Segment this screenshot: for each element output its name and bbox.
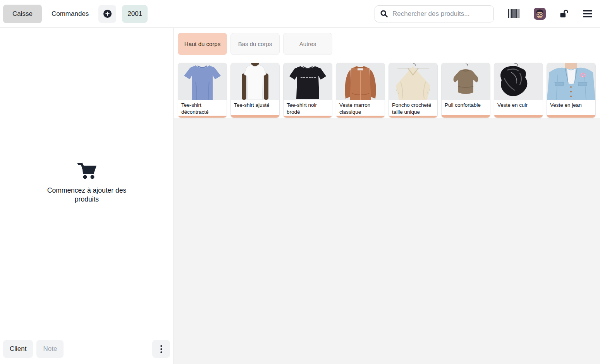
product-card-accent-strip — [336, 116, 385, 118]
product-card-accent-strip — [547, 115, 595, 118]
product-image-cream-poncho — [389, 63, 437, 100]
product-grid: Tee-shirt décontracté Tee-shirt ajusté — [178, 63, 597, 118]
product-name: Veste en jean — [547, 100, 595, 115]
product-name: Tee-shirt noir brodé — [284, 100, 332, 116]
product-image-black-leather-jacket — [494, 63, 543, 100]
product-card[interactable]: Poncho crocheté taille unique — [389, 63, 438, 118]
plus-circle-icon — [103, 9, 112, 18]
product-image-black-tshirt — [284, 63, 332, 100]
more-actions-button[interactable] — [152, 340, 170, 358]
hamburger-menu-icon[interactable] — [583, 10, 592, 17]
product-image-white-fitted-tshirt — [231, 63, 279, 100]
product-card[interactable]: Pull confortable — [441, 63, 490, 118]
shopping-cart-icon — [77, 162, 97, 180]
product-card-accent-strip — [231, 115, 279, 118]
product-card-accent-strip — [442, 115, 490, 118]
product-card-accent-strip — [178, 116, 227, 118]
new-order-button[interactable] — [98, 5, 116, 23]
order-panel: Commencez à ajouter des produits Client … — [0, 28, 174, 364]
customer-button[interactable]: Client — [3, 340, 33, 358]
order-number-badge[interactable]: 2001 — [122, 5, 148, 23]
product-name: Pull confortable — [442, 100, 490, 115]
vertical-ellipsis-icon — [160, 345, 162, 353]
products-sheet: Haut du corps Bas du corps Autres Tee-sh… — [174, 28, 600, 118]
products-panel: Haut du corps Bas du corps Autres Tee-sh… — [174, 28, 600, 364]
product-card-accent-strip — [389, 116, 437, 118]
product-card-accent-strip — [494, 115, 543, 118]
tab-register[interactable]: Caisse — [3, 5, 42, 23]
product-image-taupe-sweater — [442, 63, 490, 100]
top-navbar: Caisse Commandes 2001 — [0, 0, 600, 28]
product-card-accent-strip — [284, 116, 332, 118]
category-tabs: Haut du corps Bas du corps Autres — [178, 33, 597, 55]
navbar-left-group: Caisse Commandes 2001 — [3, 5, 148, 23]
product-card[interactable]: Tee-shirt décontracté — [178, 63, 227, 118]
product-name: Poncho crocheté taille unique — [389, 100, 437, 116]
note-button[interactable]: Note — [36, 340, 64, 358]
product-image-copper-bomber-jacket — [336, 63, 385, 100]
product-name: Tee-shirt décontracté — [178, 100, 227, 116]
product-card[interactable]: Tee-shirt noir brodé — [283, 63, 332, 118]
unlock-icon[interactable] — [560, 9, 569, 18]
tab-orders[interactable]: Commandes — [48, 5, 93, 23]
product-card[interactable]: Tee-shirt ajusté — [230, 63, 280, 118]
product-name: Veste en cuir — [494, 100, 543, 115]
empty-cart-message: Commencez à ajouter des produits — [42, 186, 132, 204]
product-card[interactable]: Veste en cuir — [494, 63, 543, 118]
product-card[interactable]: Veste marron classique — [336, 63, 385, 118]
cashier-avatar[interactable] — [534, 8, 546, 20]
navbar-right-group — [375, 5, 592, 22]
search-input[interactable] — [392, 10, 488, 18]
barcode-icon[interactable] — [508, 9, 519, 18]
product-name: Tee-shirt ajusté — [231, 100, 279, 115]
product-card[interactable]: Veste en jean — [547, 63, 596, 118]
product-name: Veste marron classique — [336, 100, 385, 116]
order-panel-footer: Client Note — [3, 340, 170, 358]
category-tab-autres[interactable]: Autres — [283, 33, 332, 55]
category-tab-haut-du-corps[interactable]: Haut du corps — [178, 33, 227, 55]
product-image-denim-jacket — [547, 63, 595, 100]
empty-cart-placeholder: Commencez à ajouter des produits — [0, 162, 174, 204]
category-tab-bas-du-corps[interactable]: Bas du corps — [230, 33, 280, 55]
magnifier-icon — [380, 10, 388, 18]
product-image-light-blue-tshirt — [178, 63, 227, 100]
product-search[interactable] — [375, 5, 494, 22]
